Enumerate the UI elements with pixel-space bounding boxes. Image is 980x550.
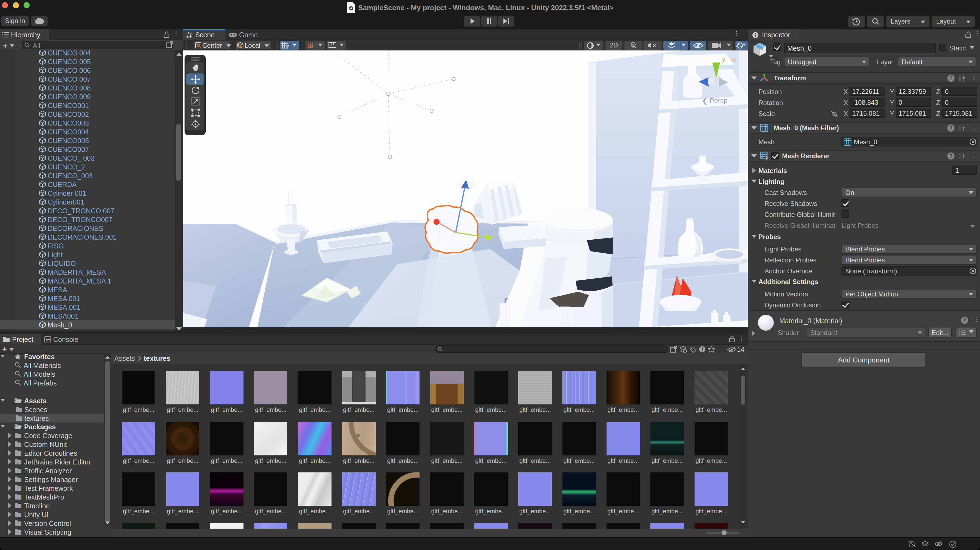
svg-text:?: ? — [949, 125, 953, 131]
svg-text:?: ? — [949, 153, 953, 159]
svg-text:❮ Persp: ❮ Persp — [702, 97, 727, 105]
svg-text:?: ? — [949, 75, 953, 81]
svg-text:?: ? — [963, 317, 966, 323]
svg-text:y: y — [722, 56, 725, 63]
svg-text:Y: Y — [286, 45, 289, 49]
